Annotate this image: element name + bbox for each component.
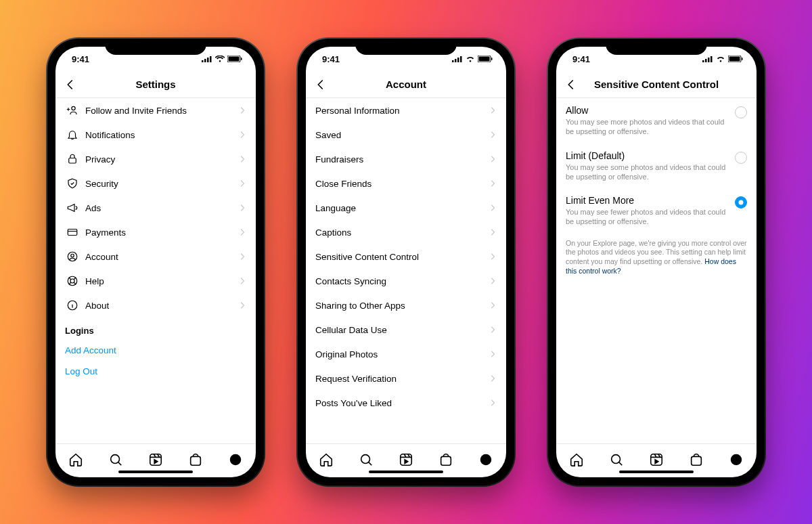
account-row-fundraisers[interactable]: Fundraisers: [306, 147, 506, 171]
settings-row-account[interactable]: Account: [55, 244, 256, 269]
chevron-right-icon: [489, 253, 497, 261]
account-row-sharing-to-other-apps[interactable]: Sharing to Other Apps: [306, 293, 506, 318]
svg-rect-3: [210, 56, 212, 62]
back-button[interactable]: [313, 77, 329, 93]
chevron-right-icon: [238, 277, 246, 285]
radio-button[interactable]: [735, 106, 747, 118]
logins-header: Logins: [55, 318, 256, 340]
svg-rect-28: [441, 456, 451, 465]
chevron-right-icon: [238, 155, 246, 163]
user-circle-icon: [65, 250, 80, 263]
svg-rect-35: [729, 57, 740, 62]
account-row-captions[interactable]: Captions: [306, 220, 506, 244]
settings-row-follow-and-invite-friends[interactable]: Follow and Invite Friends: [55, 98, 256, 123]
back-button[interactable]: [563, 77, 579, 93]
settings-row-help[interactable]: Help: [55, 269, 256, 293]
settings-row-notifications[interactable]: Notifications: [55, 123, 256, 147]
option-allow[interactable]: AllowYou may see more photos and videos …: [556, 98, 757, 144]
account-row-language[interactable]: Language: [306, 196, 506, 220]
chevron-left-icon: [565, 79, 577, 91]
account-row-contacts-syncing[interactable]: Contacts Syncing: [306, 269, 506, 293]
row-label: Help: [85, 276, 104, 286]
tab-search[interactable]: [108, 452, 124, 468]
svg-rect-6: [241, 58, 242, 60]
lifebuoy-icon: [65, 275, 80, 287]
status-time: 9:41: [572, 54, 590, 64]
settings-row-privacy[interactable]: Privacy: [55, 147, 256, 171]
row-label: Privacy: [85, 154, 115, 165]
tab-reels[interactable]: [148, 452, 164, 468]
svg-rect-9: [68, 230, 77, 236]
account-row-request-verification[interactable]: Request Verification: [306, 366, 506, 391]
svg-point-11: [71, 254, 74, 257]
svg-rect-38: [651, 454, 662, 465]
account-row-cellular-data-use[interactable]: Cellular Data Use: [306, 318, 506, 342]
notch: [355, 39, 457, 55]
shield-icon: [65, 177, 80, 190]
tab-shop[interactable]: [187, 452, 204, 468]
chevron-right-icon: [489, 326, 497, 334]
svg-rect-25: [491, 58, 493, 60]
log-out-link[interactable]: Log Out: [55, 361, 256, 382]
tab-profile[interactable]: [728, 452, 744, 468]
row-label: About: [85, 301, 109, 311]
settings-row-payments[interactable]: Payments: [55, 220, 256, 244]
svg-rect-30: [702, 60, 704, 62]
chevron-left-icon: [315, 79, 327, 91]
account-row-close-friends[interactable]: Close Friends: [306, 171, 506, 196]
svg-rect-36: [742, 58, 743, 60]
svg-point-13: [70, 279, 74, 283]
tab-profile[interactable]: [478, 452, 494, 468]
row-label: Account: [85, 252, 118, 262]
option-limit-default-[interactable]: Limit (Default)You may see some photos a…: [556, 144, 757, 189]
account-row-saved[interactable]: Saved: [306, 123, 506, 147]
page-title: Settings: [135, 79, 175, 90]
tab-search[interactable]: [608, 452, 625, 468]
row-label: Fundraisers: [315, 154, 363, 165]
row-label: Close Friends: [315, 179, 371, 189]
settings-row-security[interactable]: Security: [55, 171, 256, 196]
tab-profile[interactable]: [227, 452, 244, 468]
tab-shop[interactable]: [688, 452, 704, 468]
tab-shop[interactable]: [438, 452, 454, 468]
tab-home[interactable]: [318, 452, 334, 468]
signal-icon: [452, 56, 463, 62]
add-account-link[interactable]: Add Account: [55, 340, 256, 361]
reels-icon: [148, 452, 163, 467]
home-indicator: [118, 471, 193, 473]
chevron-right-icon: [238, 131, 246, 139]
tab-reels[interactable]: [648, 452, 664, 468]
tab-home[interactable]: [68, 452, 84, 468]
chevron-right-icon: [489, 106, 497, 114]
tab-search[interactable]: [358, 452, 374, 468]
row-label: Notifications: [85, 130, 135, 140]
radio-button[interactable]: [735, 196, 747, 209]
radio-button[interactable]: [735, 152, 747, 164]
account-row-posts-you-ve-liked[interactable]: Posts You've Liked: [306, 391, 506, 415]
info-icon: [65, 299, 80, 311]
chevron-right-icon: [238, 179, 246, 188]
svg-rect-31: [705, 59, 707, 62]
back-button[interactable]: [62, 77, 78, 93]
account-row-personal-information[interactable]: Personal Information: [306, 98, 506, 123]
option-limit-even-more[interactable]: Limit Even MoreYou may see fewer photos …: [556, 188, 757, 234]
row-label: Personal Information: [315, 106, 400, 116]
tab-reels[interactable]: [398, 452, 414, 468]
settings-row-about[interactable]: About: [55, 293, 256, 318]
page-title: Sensitive Content Control: [594, 79, 719, 90]
tab-home[interactable]: [568, 452, 585, 468]
account-row-sensitive-content-control[interactable]: Sensitive Content Control: [306, 244, 506, 269]
row-label: Payments: [85, 227, 126, 238]
account-row-original-photos[interactable]: Original Photos: [306, 342, 506, 366]
battery-icon: [728, 56, 743, 62]
header: Account: [306, 71, 506, 98]
row-label: Follow and Invite Friends: [85, 106, 187, 116]
battery-icon: [227, 56, 242, 62]
svg-point-26: [361, 454, 369, 463]
home-indicator: [619, 471, 694, 473]
chevron-right-icon: [489, 179, 497, 188]
lock-icon: [65, 153, 80, 165]
settings-row-ads[interactable]: Ads: [55, 196, 256, 220]
signal-icon: [202, 56, 212, 62]
row-label: Original Photos: [315, 349, 378, 359]
